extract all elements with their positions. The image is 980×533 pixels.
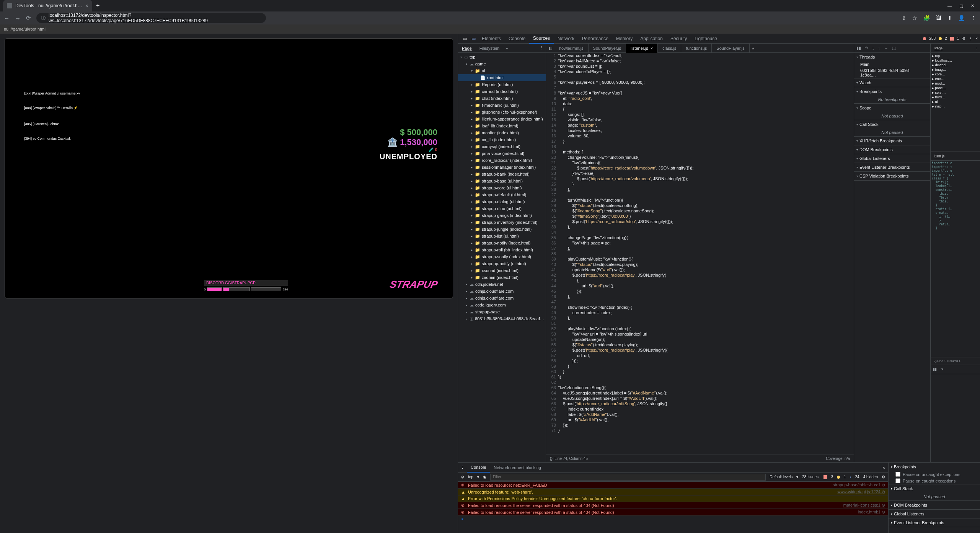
dr-breakpoints[interactable]: Breakpoints [889,463,980,471]
dr-dom[interactable]: DOM Breakpoints [889,501,980,509]
far-tree-item[interactable]: ▸ Imag… [931,67,979,72]
section-xhr[interactable]: XHR/fetch Breakpoints [854,137,930,145]
tree-folder[interactable]: ▸📁strapup-inventory (index.html) [458,219,546,226]
drawer-tab-netblock[interactable]: Network request blocking [490,463,545,473]
far-tree-item[interactable]: ▸ top [931,54,979,58]
console-msg[interactable]: ▲Unrecognized feature: 'web-share'.www-w… [458,489,888,496]
console-msg[interactable]: ⊗Failed to load resource: the server res… [458,502,888,509]
far-tree-item[interactable]: ▸ mod… [931,81,979,86]
editor-tab[interactable]: SoundPlayer.js [589,44,626,53]
devtools-tab-memory[interactable]: Memory [612,34,636,44]
msg-source-link[interactable]: strapup-base/tablet-bus:1 ⊘ [833,482,885,487]
far-tree-item[interactable]: ▸ pane… [931,86,979,90]
tree-folder[interactable]: ▸📁strapup-jungle (index.html) [458,226,546,233]
issues-label[interactable]: 28 Issues: [802,475,820,479]
overflow-icon[interactable]: » [750,46,757,51]
far-tree-item[interactable]: ▸ localhost… [931,58,979,63]
pause-uncaught-toggle[interactable]: Pause on uncaught exceptions [889,471,980,478]
clear-console-icon[interactable]: ⊘ [461,475,464,479]
far-editor-tab[interactable]: i18n.js [931,152,948,161]
tree-folder[interactable]: ▸📁carhud (index.html) [458,88,546,95]
tree-cloud[interactable]: ▸☁strapup-base [458,308,546,315]
download-icon[interactable]: ⬇ [947,15,952,21]
tree-folder[interactable]: ▸📁chat (index.html) [458,95,546,102]
editor-tab[interactable]: howler.min.js [554,44,589,53]
tree-folder[interactable]: ▸📁strapup-dialog (ui.html) [458,198,546,205]
share-icon[interactable]: ⇪ [902,15,906,21]
far-tree-item[interactable]: ▸ insp… [931,104,979,109]
tree-file[interactable]: 📄root.html [458,74,546,81]
device-icon[interactable]: ▭ [469,36,478,41]
tree-folder[interactable]: ▸📁gksphone (cfx-nui-gksphone/) [458,109,546,116]
inspect-icon[interactable]: ▭ [460,36,469,41]
tree-frame[interactable]: ▸◫6031bf5f-3893-4d84-b098-1c8eaaf… [458,315,546,322]
back-icon[interactable]: ← [4,15,10,21]
devtools-tab-sources[interactable]: Sources [529,34,554,44]
dr-elb[interactable]: Event Listener Breakpoints [889,518,980,527]
more-icon[interactable]: ⋮ [969,36,972,41]
filter-input[interactable] [490,474,766,481]
tree-folder[interactable]: ▸📁zadmin (index.html) [458,274,546,281]
tree-cloud[interactable]: ▾☁game [458,60,546,67]
tree-folder[interactable]: ▸📁strapup-snaily (index.html) [458,253,546,260]
close-devtools-icon[interactable]: × [975,36,978,41]
image-icon[interactable]: 🖼 [936,15,941,21]
overflow-icon[interactable]: » [505,46,508,51]
step-over-icon[interactable]: ↷ [865,46,868,51]
far-tree-item[interactable]: ▸ ui [931,99,979,104]
section-threads[interactable]: Threads [854,53,930,61]
file-tree[interactable]: ▾▭top▾☁game▾📁ui📄root.html▸📁Reports (ui.h… [458,53,546,462]
msg-source-link[interactable]: index.html:1 ⊘ [858,510,885,515]
thread-main[interactable]: Main [854,61,930,67]
url-input[interactable]: ⓘ localhost:13172/devtools/inspector.htm… [36,13,266,23]
tree-folder[interactable]: ▸📁monitor (index.html) [458,129,546,136]
reload-icon[interactable]: ⟳ [26,15,31,21]
subtab-filesystem[interactable]: Filesystem [476,44,504,53]
far-tree-item[interactable]: ▸ core… [931,72,979,77]
drawer-tab-console[interactable]: Console [467,463,490,473]
thread-worker[interactable]: 6031bf5f-3893-4d84-b098-1c8ea… [854,67,930,78]
section-dom-bp[interactable]: DOM Breakpoints [854,145,930,154]
gear-icon[interactable]: ⚙ [882,475,885,479]
msg-source-link[interactable]: www-widgetapi.js:1224 ⊘ [837,489,885,494]
editor-tab[interactable]: functions.js [681,44,712,53]
subtab-page[interactable]: Page [458,44,476,53]
tree-folder[interactable]: ▾📁ui [458,67,546,74]
more-icon[interactable]: ⋮ [539,46,546,51]
devtools-tab-security[interactable]: Security [667,34,691,44]
tree-cloud[interactable]: ▸☁cdnjs.cloudflare.com [458,288,546,295]
far-subtab-page[interactable]: Page [931,44,946,53]
pause-icon[interactable]: ▮▮ [933,367,937,371]
code-area[interactable]: 1234567891011121314151617181920212223242… [546,53,854,455]
step-into-icon[interactable]: ↓ [872,46,874,51]
tree-cloud[interactable]: ▸☁cdnjs.cloudflare.com [458,295,546,302]
extensions-icon[interactable]: 🧩 [923,15,930,21]
tree-folder[interactable]: ▸📁strapup-default (ui.html) [458,191,546,198]
tree-folder[interactable]: ▸📁illenium-appearance (index.html) [458,116,546,122]
console-msg[interactable]: ▲Error with Permissions-Policy header: U… [458,496,888,502]
file-nav-icon[interactable]: ◧ [546,46,554,51]
editor-tab[interactable]: listener.js × [626,44,658,53]
section-callstack[interactable]: Call Stack [854,120,930,129]
close-drawer-icon[interactable]: × [880,465,888,470]
section-breakpoints[interactable]: Breakpoints [854,87,930,96]
devtools-tab-network[interactable]: Network [554,34,578,44]
menu-icon[interactable]: ⋮ [971,15,976,21]
far-tree-item[interactable]: ▸ servi… [931,90,979,95]
close-icon[interactable]: × [651,46,653,51]
close-window-icon[interactable]: ✕ [971,3,974,8]
drawer-menu-icon[interactable]: ⋮ [458,465,467,470]
warn-count[interactable]: 2 [945,36,947,41]
dr-gl[interactable]: Global Listeners [889,510,980,518]
forward-icon[interactable]: → [15,15,21,21]
editor-tab[interactable]: SoundPlayer.js [712,44,749,53]
console-msg[interactable]: ⊗Failed to load resource: net::ERR_FAILE… [458,482,888,489]
tree-cloud[interactable]: ▸☁cdn.jsdelivr.net [458,281,546,288]
console-messages[interactable]: ⊗Failed to load resource: net::ERR_FAILE… [458,482,888,533]
far-code[interactable]: import*as e import*as t import*as o let … [931,161,980,357]
devtools-tab-lighthouse[interactable]: Lighthouse [691,34,721,44]
pause-icon[interactable]: ▮▮ [856,46,861,51]
far-tree-item[interactable]: ▸ entr… [931,77,979,81]
hidden-label[interactable]: 4 hidden [863,475,878,479]
pause-caught-toggle[interactable]: Pause on caught exceptions [889,478,980,484]
